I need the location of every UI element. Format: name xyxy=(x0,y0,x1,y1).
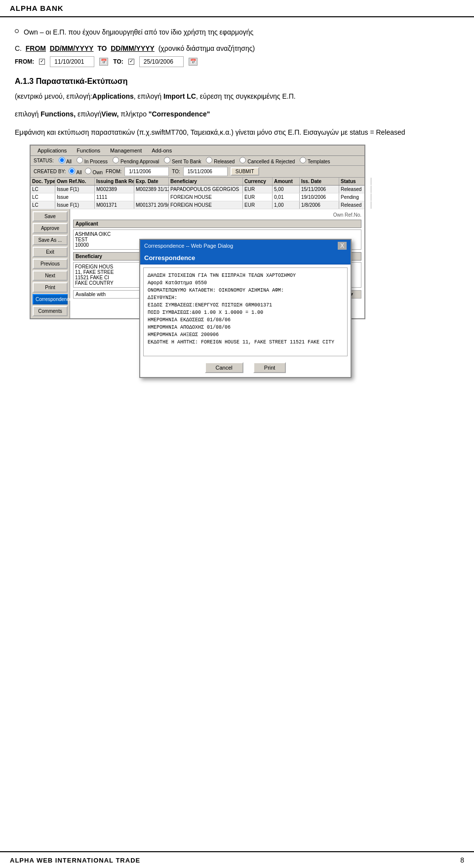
created-to-label: TO: xyxy=(172,169,180,174)
row1-status: Released xyxy=(339,186,371,193)
from-calendar-icon[interactable]: 📅 xyxy=(99,58,108,66)
dialog-line-9: ΕΚΔΟΤΗΕ Η ΑΗΠΤΗΣ: FOREIGN HOUSE 11, FAKE… xyxy=(148,339,343,346)
section-c-label: C. xyxy=(15,44,22,52)
col-issdate: Iss. Date xyxy=(300,178,339,185)
dialog-close-button[interactable]: X xyxy=(338,242,347,250)
text2-bold3: "Correspondence" xyxy=(149,110,210,118)
status-radio-released[interactable]: Released xyxy=(206,157,235,164)
footer-page: 8 xyxy=(460,856,464,864)
to-checkbox-icon[interactable] xyxy=(128,59,134,65)
sidebar-btn-saveas[interactable]: Save As ... xyxy=(33,235,68,245)
section-a13-text2: επιλογή Functions, επιλογήView, πλήκτρο … xyxy=(15,109,459,119)
menu-addons[interactable]: Add-ons xyxy=(147,147,177,154)
row2-doctype: LC xyxy=(31,193,55,201)
row2-expdate xyxy=(134,193,169,201)
col-expdate: Exp. Date xyxy=(134,178,169,185)
row3-ownref: Issue F(1) xyxy=(55,201,95,209)
app-status-bar: STATUS: All In Process Pending Approval … xyxy=(31,156,364,166)
sidebar-btn-next[interactable]: Next xyxy=(33,270,68,281)
table-row[interactable]: LC Issue F(1) M001371 M001371 20/9/2006 … xyxy=(31,201,364,209)
to-date-input[interactable]: 25/10/2006 xyxy=(139,56,184,67)
to-calendar-icon[interactable]: 📅 xyxy=(189,58,198,66)
row1-amount: 5,00 xyxy=(273,186,300,193)
table-row[interactable]: LC Issue 1111 FOREIGN HOUSE EUR 0,01 19/… xyxy=(31,193,364,201)
status-radio-cancelled[interactable]: Cancelled & Rejected xyxy=(239,157,295,164)
page-footer: ALPHA WEB INTERNATIONAL TRADE 8 xyxy=(0,851,474,868)
row3-curr: EUR xyxy=(243,201,273,209)
bullet-circle-icon xyxy=(15,29,19,33)
dialog-line-8: ΗΜΕΡΟΜΗΝΙΑ ΑΗΞΕΩΣ 200906 xyxy=(148,331,343,339)
section-c-to-label: TO xyxy=(97,44,107,52)
sidebar-btn-exit[interactable]: Exit xyxy=(33,247,68,257)
app-table-header: Doc. Type Own Ref.No. Issuing Bank Ref. … xyxy=(31,178,364,186)
row3-status: Released xyxy=(339,201,371,209)
sidebar-btn-save[interactable]: Save xyxy=(33,211,68,222)
menu-applications[interactable]: Applications xyxy=(33,147,72,154)
sidebar-btn-comments[interactable]: Comments xyxy=(33,306,68,316)
from-label: FROM: xyxy=(15,58,34,65)
from-checkbox-icon[interactable] xyxy=(39,59,45,65)
dialog-header: Correspondence xyxy=(140,252,351,264)
sidebar-btn-correspondence[interactable]: Correspondence xyxy=(33,294,68,304)
dialog-cancel-button[interactable]: Cancel xyxy=(205,362,243,373)
main-content: Own – οι Ε.Π. που έχουν δημιουργηθεί από… xyxy=(0,17,474,364)
row3-doctype: LC xyxy=(31,201,55,209)
col-currency: Currency xyxy=(243,178,273,185)
correspondence-dialog: Correspondence -- Web Page Dialog X Corr… xyxy=(139,239,352,378)
sidebar-btn-approve[interactable]: Approve xyxy=(33,223,68,233)
bullet-own-text: Own – οι Ε.Π. που έχουν δημιουργηθεί από… xyxy=(24,27,253,38)
footer-title: ALPHA WEB INTERNATIONAL TRADE xyxy=(10,857,140,864)
section-c: C. FROM DD/MM/YYYY TO DD/MM/YYYY (χρονικ… xyxy=(15,44,459,67)
header-title: ALPHA BANK xyxy=(10,4,64,12)
row1-curr: EUR xyxy=(243,186,273,193)
created-from-date[interactable] xyxy=(124,167,169,176)
col-bankref: Issuing Bank Ref. xyxy=(95,178,134,185)
dialog-line-7: ΗΜΕΡΟΜΗΝΙΑ ΑΠΟΔΟΧΗΣ 01/08/06 xyxy=(148,324,343,331)
status-radio-inprocess[interactable]: In Process xyxy=(77,157,108,164)
menu-management[interactable]: Management xyxy=(105,147,147,154)
app-content-area: Own Ref.No. Applicant ASHMINA OIKC TEST … xyxy=(70,209,364,318)
status-radio-pending[interactable]: Pending Approval xyxy=(113,157,159,164)
section-a13-heading: Α.1.3 Παραστατικά-Εκτύπωση xyxy=(15,77,459,86)
status-radio-all[interactable]: All xyxy=(59,157,72,164)
from-date-input[interactable]: 11/10/2001 xyxy=(50,56,94,67)
status-radio-templates[interactable]: Templates xyxy=(300,157,330,164)
dialog-line-5: ΠΟΣΟ ΣΥΜΒΑΣΕΩΣ:&00 1.00 Χ 1.0000 = 1.00 xyxy=(148,309,343,316)
dialog-line-2: ΟΝΟΜΑΤΕΠΩΝΥΜΟ ΚΑΤΑΘΕΤΗ: ΟΙΚΟΝΟΜΟΥ ΑΣΗΜΙΝ… xyxy=(148,287,343,294)
submit-button[interactable]: SUBMIT xyxy=(231,167,259,176)
row1-doctype: LC xyxy=(31,186,55,193)
created-to-date[interactable] xyxy=(183,167,228,176)
row3-expdate: M001371 20/9/2006 xyxy=(134,201,169,209)
dialog-line-6: ΗΜΕΡΟΜΗΝΙΑ ΕΚΔΟΣΕΩΣ 01/08/06 xyxy=(148,316,343,324)
dialog-body: ΔΗΛΩΣΗ ΣΤΟΙΧΕΙΩΝ ΓΙΑ ΤΗΝ ΕΙΣΠΡΑΞΗ ΤΕΛΩΝ … xyxy=(143,267,348,356)
text2-bold: Functions, xyxy=(40,110,76,118)
applicant-label: Applicant xyxy=(73,220,361,228)
createdby-radio-own[interactable]: Own xyxy=(85,168,103,175)
dialog-print-button[interactable]: Print xyxy=(253,362,286,373)
text2-pre2: επιλογή xyxy=(78,110,101,118)
table-row[interactable]: LC Issue F(1) M002389 M002389 31/12/2006… xyxy=(31,186,364,193)
dialog-titlebar: Correspondence -- Web Page Dialog X xyxy=(140,240,351,252)
dialog-title: Correspondence -- Web Page Dialog xyxy=(144,243,233,249)
section-c-from: FROM xyxy=(26,44,46,52)
section-c-desc-text: (χρονικό διάστημα αναζήτησης) xyxy=(158,44,255,52)
status-radio-senttobank[interactable]: Sent To Bank xyxy=(164,157,201,164)
menu-functions[interactable]: Functions xyxy=(72,147,105,154)
createdby-radio-all[interactable]: All xyxy=(69,168,81,175)
dialog-line-1: Αφορά Κατάστημα 0550 xyxy=(148,279,343,287)
sidebar-btn-print[interactable]: Print xyxy=(33,282,68,293)
applicant-name: ASHMINA OIKC xyxy=(75,231,359,237)
col-ownref: Own Ref.No. xyxy=(55,178,95,185)
dialog-footer: Cancel Print xyxy=(140,359,351,377)
app-screenshot: Applications Functions Management Add-on… xyxy=(30,145,365,319)
row1-issdate: 15/11/2006 xyxy=(300,186,339,193)
sidebar-btn-previous[interactable]: Previous xyxy=(33,259,68,269)
text1-pre: (κεντρικό μενού, επιλογή: xyxy=(15,92,92,100)
from-to-row: FROM: 11/10/2001 📅 TO: 25/10/2006 📅 xyxy=(15,56,459,67)
text2-pre: επιλογή xyxy=(15,110,39,118)
row3-issdate: 1/8/2006 xyxy=(300,201,339,209)
bullet-own-prefix: Own – οι Ε.Π. xyxy=(24,28,66,36)
section-c-desc: C. FROM DD/MM/YYYY TO DD/MM/YYYY (χρονικ… xyxy=(15,44,459,52)
col-amount: Amount xyxy=(273,178,300,185)
text1-bold: Applications xyxy=(92,92,134,100)
